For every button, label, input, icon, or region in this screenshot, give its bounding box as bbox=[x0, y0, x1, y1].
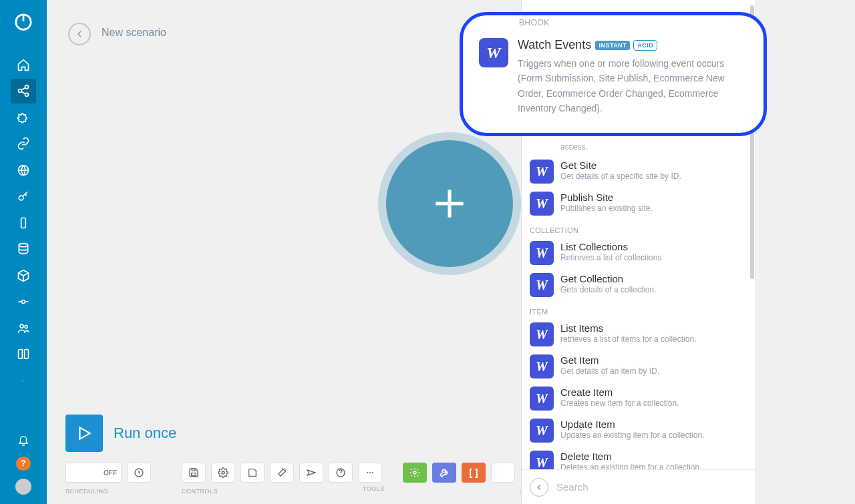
home-icon[interactable] bbox=[11, 52, 36, 77]
action-title: List Items bbox=[560, 322, 747, 334]
highlight-desc: Triggers when one or more following even… bbox=[518, 56, 747, 116]
avatar[interactable] bbox=[15, 479, 31, 495]
book-icon[interactable] bbox=[11, 342, 36, 368]
svg-point-3 bbox=[19, 89, 22, 93]
webflow-icon: W bbox=[530, 387, 554, 411]
svg-line-6 bbox=[21, 92, 25, 94]
svg-rect-10 bbox=[21, 218, 26, 228]
wand-button[interactable] bbox=[270, 463, 294, 483]
save-button[interactable] bbox=[182, 463, 206, 483]
fav-brackets-button[interactable]: [ ] bbox=[462, 463, 486, 483]
svg-rect-24 bbox=[192, 473, 196, 476]
webflow-icon: W bbox=[530, 192, 554, 216]
commit-icon[interactable] bbox=[11, 290, 36, 315]
action-desc: Deletes an existing item for a collectio… bbox=[560, 463, 747, 469]
action-title: List Collections bbox=[560, 241, 747, 252]
action-item[interactable]: W Update Item Updates an existing item f… bbox=[522, 415, 755, 447]
action-desc: Get details of a specific site by ID. bbox=[560, 172, 747, 181]
settings-button[interactable] bbox=[211, 463, 235, 483]
svg-point-4 bbox=[25, 93, 29, 97]
acid-tag: ACID bbox=[634, 41, 657, 50]
svg-point-11 bbox=[19, 244, 27, 247]
share-icon[interactable] bbox=[11, 79, 36, 104]
section-header: ITEM bbox=[522, 301, 755, 318]
globe-icon[interactable] bbox=[11, 158, 36, 183]
action-desc: Gets details of a collection. bbox=[560, 285, 747, 294]
highlight-section-label: BHOOK bbox=[519, 18, 550, 27]
note-button[interactable] bbox=[240, 463, 265, 483]
device-icon[interactable] bbox=[11, 210, 36, 236]
puzzle-icon[interactable] bbox=[11, 105, 36, 130]
svg-line-5 bbox=[21, 88, 25, 90]
controls-label: CONTROLS bbox=[182, 488, 382, 495]
help-badge[interactable]: ? bbox=[16, 457, 31, 471]
webflow-icon: W bbox=[530, 451, 554, 469]
svg-point-18 bbox=[22, 381, 23, 381]
fav-tools-button[interactable] bbox=[403, 463, 427, 483]
action-item[interactable]: W Get Item Get details of an item by ID. bbox=[522, 350, 755, 383]
webflow-icon: W bbox=[530, 241, 554, 265]
highlighted-action[interactable]: BHOOK W Watch Events INSTANT ACID Trigge… bbox=[460, 12, 767, 136]
help-button[interactable] bbox=[329, 463, 353, 483]
clock-button[interactable] bbox=[127, 463, 151, 483]
action-item[interactable]: W List Collections Retireves a list of c… bbox=[522, 237, 755, 269]
svg-point-2 bbox=[25, 85, 29, 89]
tools-label: TOOLS bbox=[363, 485, 385, 492]
action-title: Delete Item bbox=[560, 451, 747, 462]
action-item[interactable]: W Get Collection Gets details of a colle… bbox=[522, 269, 755, 301]
action-title: Get Site bbox=[560, 160, 747, 171]
action-desc: Retireves a list of collections bbox=[560, 253, 747, 262]
svg-marker-22 bbox=[80, 427, 90, 439]
scheduling-toggle[interactable]: OFF bbox=[65, 463, 122, 483]
cube-icon[interactable] bbox=[11, 263, 36, 288]
action-desc: Creates new item for a collection. bbox=[560, 399, 747, 408]
plane-button[interactable] bbox=[299, 463, 323, 483]
link-icon[interactable] bbox=[11, 132, 36, 157]
action-item[interactable]: W List Items retrieves a list of items f… bbox=[522, 318, 755, 350]
search-input[interactable] bbox=[556, 481, 747, 493]
app-sidebar: ? bbox=[0, 0, 47, 504]
action-title: Get Collection bbox=[560, 273, 747, 284]
action-title: Update Item bbox=[560, 419, 747, 430]
svg-point-9 bbox=[19, 196, 23, 200]
action-desc: Updates an existing item for a collectio… bbox=[560, 431, 747, 440]
bell-icon[interactable] bbox=[17, 434, 29, 449]
action-item[interactable]: W Delete Item Deletes an existing item f… bbox=[522, 447, 755, 469]
search-back-button[interactable] bbox=[530, 478, 548, 497]
webflow-icon: W bbox=[530, 273, 554, 297]
svg-point-26 bbox=[222, 471, 224, 474]
svg-point-31 bbox=[413, 471, 416, 474]
action-title: Publish Site bbox=[560, 192, 747, 203]
svg-point-16 bbox=[25, 325, 27, 328]
back-button[interactable] bbox=[68, 23, 91, 45]
action-desc: Publishes an existing site. bbox=[560, 204, 747, 213]
users-icon[interactable] bbox=[11, 316, 36, 341]
action-title: Get Item bbox=[560, 354, 747, 366]
run-button[interactable] bbox=[65, 415, 103, 452]
logo-icon bbox=[13, 12, 33, 32]
add-module-button[interactable] bbox=[386, 140, 513, 267]
webflow-icon: W bbox=[530, 419, 554, 443]
key-icon[interactable] bbox=[11, 184, 36, 210]
webflow-icon: W bbox=[530, 322, 554, 346]
scheduling-label: SCHEDULING bbox=[65, 488, 151, 495]
svg-rect-25 bbox=[192, 469, 195, 471]
action-title: Create Item bbox=[560, 387, 747, 398]
svg-point-15 bbox=[20, 324, 23, 328]
webflow-icon: W bbox=[530, 354, 554, 379]
section-header: COLLECTION bbox=[522, 220, 755, 237]
fav-wrench-button[interactable] bbox=[432, 463, 456, 483]
database-icon[interactable] bbox=[11, 237, 36, 262]
action-desc: Get details of an item by ID. bbox=[560, 366, 747, 376]
run-label: Run once bbox=[114, 425, 176, 442]
more-icon[interactable] bbox=[11, 368, 36, 394]
action-item[interactable]: W Publish Site Publishes an existing sit… bbox=[522, 188, 755, 220]
fav-empty-button[interactable] bbox=[491, 463, 515, 483]
instant-tag: INSTANT bbox=[595, 41, 630, 50]
svg-point-12 bbox=[22, 300, 25, 304]
action-item[interactable]: W Get Site Get details of a specific sit… bbox=[522, 156, 755, 188]
action-item[interactable]: W Create Item Creates new item for a col… bbox=[522, 383, 755, 415]
svg-point-17 bbox=[22, 380, 23, 381]
action-desc: retrieves a list of items for a collecti… bbox=[560, 334, 747, 344]
search-row bbox=[522, 469, 755, 504]
